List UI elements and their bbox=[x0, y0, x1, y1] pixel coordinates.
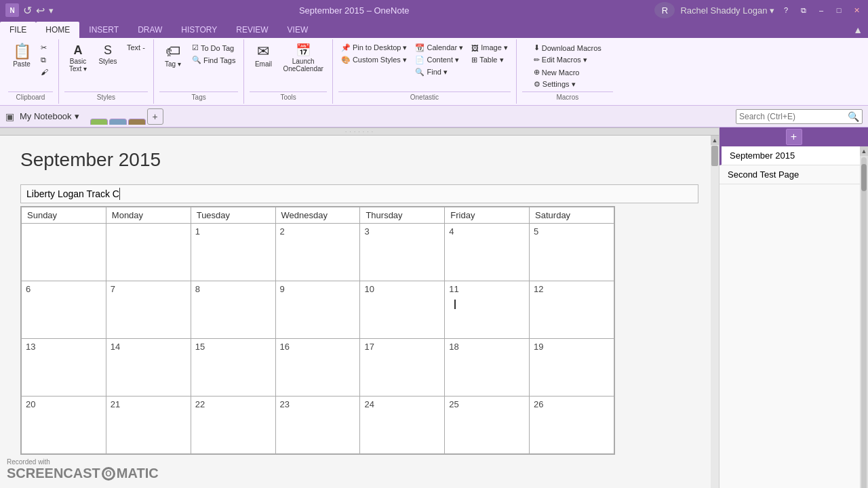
calendar-day-cell[interactable]: 11 bbox=[445, 281, 530, 339]
sidebar-add-button[interactable]: + bbox=[786, 129, 802, 145]
day-header-monday: Monday bbox=[106, 207, 191, 224]
day-header-thursday: Thursday bbox=[360, 207, 445, 224]
sidebar-inner: September 2015 Second Test Page ▲ ▼ bbox=[719, 146, 868, 488]
tab-history[interactable]: HISTORY bbox=[172, 22, 226, 38]
sidebar-scroll-track bbox=[861, 157, 867, 488]
edit-macros-button[interactable]: ✏ Edit Macros ▾ bbox=[531, 54, 604, 66]
new-macro-button[interactable]: ⊕ New Macro bbox=[531, 66, 604, 78]
download-macros-button[interactable]: ⬇ Download Macros bbox=[531, 42, 604, 54]
search-box[interactable]: 🔍 bbox=[736, 109, 863, 124]
scroll-up-arrow[interactable]: ▲ bbox=[711, 136, 719, 145]
close-button[interactable]: ✕ bbox=[850, 5, 863, 15]
calendar-day-cell[interactable]: 18 bbox=[445, 339, 530, 396]
table-button[interactable]: ⊞ Table ▾ bbox=[469, 54, 511, 66]
calendar-day-cell[interactable]: 2 bbox=[275, 224, 360, 281]
calendar-day-cell[interactable]: 24 bbox=[360, 396, 445, 454]
calendar-day-cell[interactable]: 15 bbox=[191, 339, 275, 396]
styles-icon: S bbox=[104, 44, 112, 56]
calendar-day-cell[interactable]: 22 bbox=[191, 396, 275, 454]
calendar-day-cell[interactable]: 6 bbox=[22, 281, 106, 339]
sidebar-scroll-up[interactable]: ▲ bbox=[860, 146, 868, 156]
edit-macros-icon: ✏ bbox=[534, 56, 540, 64]
calendar-day-cell[interactable]: 1 bbox=[191, 224, 275, 281]
minimize-button[interactable]: – bbox=[815, 5, 827, 15]
calendar-button[interactable]: 📆 Calendar ▾ bbox=[412, 42, 466, 54]
calendar-day-cell[interactable]: 20 bbox=[22, 396, 106, 454]
calendar-day-cell[interactable]: 4 bbox=[445, 224, 530, 281]
custom-styles-button[interactable]: 🎨 Custom Styles ▾ bbox=[338, 54, 410, 66]
page-tab-2[interactable] bbox=[109, 119, 127, 125]
sidebar-page-september[interactable]: September 2015 bbox=[719, 146, 860, 165]
calendar-day-cell[interactable]: 12 bbox=[530, 281, 614, 339]
tab-insert[interactable]: INSERT bbox=[79, 22, 128, 38]
calendar-day-cell[interactable]: 25 bbox=[445, 396, 530, 454]
add-tab-button[interactable]: + bbox=[147, 108, 163, 125]
ribbon-group-macros: ⬇ Download Macros ✏ Edit Macros ▾ ⊕ New … bbox=[517, 39, 618, 104]
sidebar-page-second-test[interactable]: Second Test Page bbox=[719, 165, 860, 184]
calendar-day-cell[interactable]: 9 bbox=[275, 281, 360, 339]
tab-draw[interactable]: DRAW bbox=[128, 22, 172, 38]
ribbon-collapse-btn[interactable]: ▲ bbox=[853, 22, 868, 38]
tag-button[interactable]: 🏷 Tag ▾ bbox=[159, 42, 186, 70]
content-button[interactable]: 📄 Content ▾ bbox=[412, 54, 466, 66]
maximize-button[interactable]: □ bbox=[833, 5, 845, 15]
restore-window-button[interactable]: ⧉ bbox=[797, 5, 810, 15]
tab-view[interactable]: VIEW bbox=[278, 22, 318, 38]
undo-btn[interactable]: ↩ bbox=[36, 4, 45, 17]
basic-text-button[interactable]: A BasicText ▾ bbox=[64, 42, 92, 75]
customqat-btn[interactable]: ▾ bbox=[49, 5, 54, 16]
settings-button[interactable]: ⚙ Settings ▾ bbox=[531, 79, 604, 90]
back-btn[interactable]: ↺ bbox=[23, 4, 32, 17]
styles-button[interactable]: S Styles bbox=[94, 42, 121, 67]
cut-button[interactable]: ✂ bbox=[38, 42, 53, 54]
tab-review[interactable]: REVIEW bbox=[226, 22, 277, 38]
user-avatar[interactable]: R bbox=[654, 2, 675, 18]
sidebar-toolbar: + bbox=[719, 127, 868, 146]
calendar-day-cell[interactable]: 26 bbox=[530, 396, 614, 454]
find-tags-button[interactable]: 🔍 Find Tags bbox=[189, 54, 239, 66]
calendar-day-cell[interactable]: 7 bbox=[106, 281, 191, 339]
calendar-day-cell[interactable]: 5 bbox=[530, 224, 614, 281]
title-bar: N ↺ ↩ ▾ September 2015 – OneNote R Rache… bbox=[0, 0, 868, 20]
copy-button[interactable]: ⧉ bbox=[38, 54, 53, 66]
tab-file[interactable]: FILE bbox=[0, 22, 36, 38]
screencast-text: SCREENCAST bbox=[7, 466, 100, 481]
calendar-day-cell[interactable] bbox=[106, 224, 191, 281]
image-button[interactable]: 🖼 Image ▾ bbox=[469, 42, 511, 54]
calendar-day-cell[interactable] bbox=[22, 224, 106, 281]
page-tab-3[interactable] bbox=[128, 119, 146, 125]
calendar-day-cell[interactable]: 10 bbox=[360, 281, 445, 339]
text-cursor bbox=[119, 188, 120, 200]
pin-to-desktop-button[interactable]: 📌 Pin to Desktop ▾ bbox=[338, 42, 410, 54]
page-tab-1[interactable] bbox=[90, 119, 108, 125]
notebook-name[interactable]: My Notebook ▾ bbox=[14, 108, 85, 124]
find-button[interactable]: 🔍 Find ▾ bbox=[412, 66, 466, 78]
help-button[interactable]: ? bbox=[780, 5, 792, 15]
calendar-day-cell[interactable]: 17 bbox=[360, 339, 445, 396]
text-button[interactable]: Text - bbox=[124, 42, 148, 53]
calendar-day-cell[interactable]: 13 bbox=[22, 339, 106, 396]
calendar-day-cell[interactable]: 16 bbox=[275, 339, 360, 396]
email-button[interactable]: ✉ Email bbox=[250, 42, 277, 70]
calendar-day-cell[interactable]: 14 bbox=[106, 339, 191, 396]
calendar-day-cell[interactable]: 21 bbox=[106, 396, 191, 454]
paste-button[interactable]: 📋 Paste bbox=[8, 42, 35, 70]
calendar-day-cell[interactable]: 3 bbox=[360, 224, 445, 281]
styles-buttons: A BasicText ▾ S Styles Text - bbox=[64, 42, 148, 90]
todo-tag-button[interactable]: ☑ To Do Tag bbox=[189, 42, 239, 54]
resize-handle[interactable]: · · · · · · · bbox=[0, 127, 719, 136]
content-scrollbar[interactable]: ▲ ▼ bbox=[711, 136, 719, 488]
note-title-bar[interactable]: Liberty Logan Track C bbox=[20, 184, 698, 203]
search-input[interactable] bbox=[739, 112, 848, 121]
launch-onecalendar-button[interactable]: 📅 LaunchOneCalendar bbox=[279, 42, 326, 75]
sidebar-scroll-thumb[interactable] bbox=[861, 164, 867, 191]
onetastic-buttons: 📌 Pin to Desktop ▾ 🎨 Custom Styles ▾ 📆 C… bbox=[338, 42, 511, 90]
search-icon[interactable]: 🔍 bbox=[848, 111, 859, 122]
tab-home[interactable]: HOME bbox=[36, 22, 79, 38]
format-painter-button[interactable]: 🖌 bbox=[38, 66, 53, 77]
calendar-day-cell[interactable]: 23 bbox=[275, 396, 360, 454]
calendar-day-cell[interactable]: 8 bbox=[191, 281, 275, 339]
scroll-thumb[interactable] bbox=[711, 146, 718, 166]
sidebar-scrollbar[interactable]: ▲ ▼ bbox=[860, 146, 868, 488]
calendar-day-cell[interactable]: 19 bbox=[530, 339, 614, 396]
